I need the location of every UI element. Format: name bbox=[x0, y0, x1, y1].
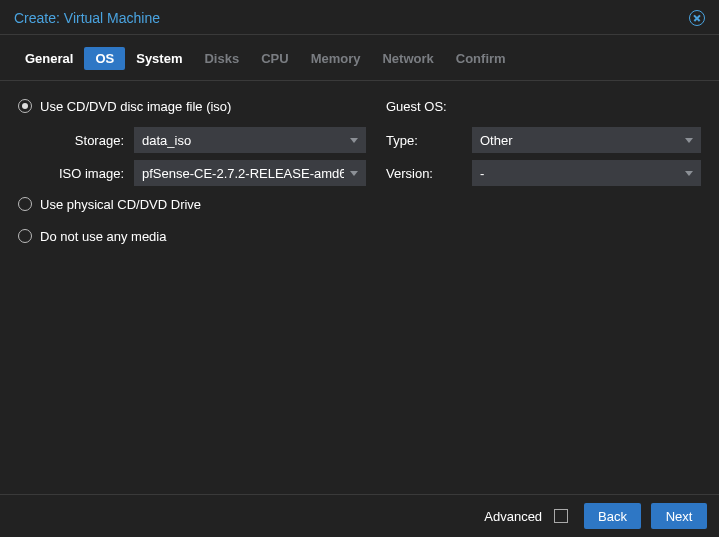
storage-value: data_iso bbox=[142, 133, 191, 148]
isoimage-field: ISO image: pfSense-CE-2.7.2-RELEASE-amd6… bbox=[18, 160, 366, 186]
radio-none[interactable] bbox=[18, 229, 32, 243]
chevron-down-icon bbox=[350, 138, 358, 143]
guest-version-value: - bbox=[480, 166, 484, 181]
tab-system[interactable]: System bbox=[125, 47, 193, 70]
radio-row-physical[interactable]: Use physical CD/DVD Drive bbox=[18, 193, 366, 215]
radio-iso[interactable] bbox=[18, 99, 32, 113]
guest-type-field: Type: Other bbox=[386, 127, 701, 153]
dialog-header: Create: Virtual Machine bbox=[0, 0, 719, 35]
guest-version-dropdown[interactable]: - bbox=[472, 160, 701, 186]
tab-cpu: CPU bbox=[250, 47, 299, 70]
guest-type-dropdown[interactable]: Other bbox=[472, 127, 701, 153]
tab-network: Network bbox=[371, 47, 444, 70]
isoimage-value: pfSense-CE-2.7.2-RELEASE-amd64 bbox=[142, 166, 344, 181]
content-area: Use CD/DVD disc image file (iso) Storage… bbox=[0, 81, 719, 494]
next-button[interactable]: Next bbox=[651, 503, 707, 529]
storage-label: Storage: bbox=[18, 133, 134, 148]
radio-iso-label: Use CD/DVD disc image file (iso) bbox=[40, 99, 231, 114]
tab-os[interactable]: OS bbox=[84, 47, 125, 70]
media-section: Use CD/DVD disc image file (iso) Storage… bbox=[18, 95, 366, 480]
guest-type-label: Type: bbox=[386, 133, 472, 148]
dialog-title: Create: Virtual Machine bbox=[14, 10, 160, 26]
back-button[interactable]: Back bbox=[584, 503, 641, 529]
storage-field: Storage: data_iso bbox=[18, 127, 366, 153]
isoimage-label: ISO image: bbox=[18, 166, 134, 181]
tab-memory: Memory bbox=[300, 47, 372, 70]
guest-os-title: Guest OS: bbox=[386, 95, 701, 117]
tab-general[interactable]: General bbox=[14, 47, 84, 70]
isoimage-dropdown[interactable]: pfSense-CE-2.7.2-RELEASE-amd64 bbox=[134, 160, 366, 186]
chevron-down-icon bbox=[350, 171, 358, 176]
radio-physical[interactable] bbox=[18, 197, 32, 211]
storage-dropdown[interactable]: data_iso bbox=[134, 127, 366, 153]
advanced-checkbox[interactable] bbox=[554, 509, 568, 523]
chevron-down-icon bbox=[685, 138, 693, 143]
radio-none-label: Do not use any media bbox=[40, 229, 166, 244]
tab-disks: Disks bbox=[193, 47, 250, 70]
chevron-down-icon bbox=[685, 171, 693, 176]
guest-version-field: Version: - bbox=[386, 160, 701, 186]
wizard-tabs: General OS System Disks CPU Memory Netwo… bbox=[0, 35, 719, 81]
radio-row-none[interactable]: Do not use any media bbox=[18, 225, 366, 247]
radio-physical-label: Use physical CD/DVD Drive bbox=[40, 197, 201, 212]
advanced-label: Advanced bbox=[484, 509, 542, 524]
radio-row-iso[interactable]: Use CD/DVD disc image file (iso) bbox=[18, 95, 366, 117]
guest-version-label: Version: bbox=[386, 166, 472, 181]
close-icon[interactable] bbox=[689, 10, 705, 26]
guest-os-section: Guest OS: Type: Other Version: - bbox=[386, 95, 701, 480]
tab-confirm: Confirm bbox=[445, 47, 517, 70]
guest-type-value: Other bbox=[480, 133, 513, 148]
dialog-footer: Advanced Back Next bbox=[0, 494, 719, 537]
